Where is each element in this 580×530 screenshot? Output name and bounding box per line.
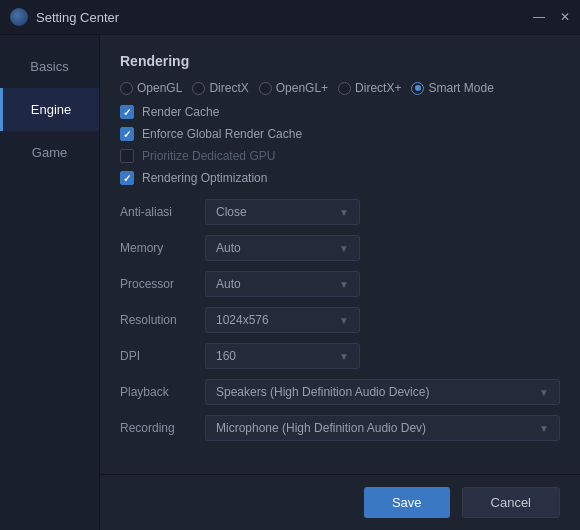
dropdown-arrow-icon: ▼ bbox=[339, 315, 349, 326]
setting-control-playback: Speakers (High Definition Audio Device) … bbox=[205, 379, 560, 405]
minimize-button[interactable]: — bbox=[533, 10, 545, 24]
dropdown-arrow-icon: ▼ bbox=[339, 351, 349, 362]
checkbox-enforce-global[interactable]: Enforce Global Render Cache bbox=[120, 127, 560, 141]
setting-row-anti-aliasing: Anti-aliasi Close ▼ bbox=[120, 199, 560, 225]
dropdown-recording[interactable]: Microphone (High Definition Audio Dev) ▼ bbox=[205, 415, 560, 441]
render-mode-group: OpenGL DirectX OpenGL+ DirectX+ Smart Mo… bbox=[120, 81, 560, 95]
checkbox-box-rendering-opt bbox=[120, 171, 134, 185]
radio-circle-directxplus bbox=[338, 82, 351, 95]
dropdown-processor[interactable]: Auto ▼ bbox=[205, 271, 360, 297]
titlebar: Setting Center — ✕ bbox=[0, 0, 580, 35]
setting-control-resolution: 1024x576 ▼ bbox=[205, 307, 560, 333]
dropdown-arrow-icon: ▼ bbox=[539, 423, 549, 434]
titlebar-title: Setting Center bbox=[36, 10, 119, 25]
settings-rows: Anti-aliasi Close ▼ Memory Auto ▼ bbox=[120, 199, 560, 441]
setting-row-processor: Processor Auto ▼ bbox=[120, 271, 560, 297]
setting-control-anti-aliasing: Close ▼ bbox=[205, 199, 560, 225]
main-layout: Basics Engine Game Rendering OpenGL Dire… bbox=[0, 35, 580, 530]
sidebar-item-engine[interactable]: Engine bbox=[0, 88, 99, 131]
setting-control-recording: Microphone (High Definition Audio Dev) ▼ bbox=[205, 415, 560, 441]
dropdown-dpi[interactable]: 160 ▼ bbox=[205, 343, 360, 369]
radio-circle-directx bbox=[192, 82, 205, 95]
setting-row-recording: Recording Microphone (High Definition Au… bbox=[120, 415, 560, 441]
sidebar: Basics Engine Game bbox=[0, 35, 100, 530]
dropdown-arrow-icon: ▼ bbox=[539, 387, 549, 398]
content-area: Rendering OpenGL DirectX OpenGL+ DirectX… bbox=[100, 35, 580, 530]
radio-opengl[interactable]: OpenGL bbox=[120, 81, 182, 95]
sidebar-item-game[interactable]: Game bbox=[0, 131, 99, 174]
dropdown-memory[interactable]: Auto ▼ bbox=[205, 235, 360, 261]
checkbox-box-enforce-global bbox=[120, 127, 134, 141]
radio-circle-openglplus bbox=[259, 82, 272, 95]
radio-openglplus[interactable]: OpenGL+ bbox=[259, 81, 328, 95]
close-button[interactable]: ✕ bbox=[560, 10, 570, 24]
dropdown-arrow-icon: ▼ bbox=[339, 243, 349, 254]
checkbox-prioritize-gpu[interactable]: Prioritize Dedicated GPU bbox=[120, 149, 560, 163]
setting-control-processor: Auto ▼ bbox=[205, 271, 560, 297]
checkbox-rendering-opt[interactable]: Rendering Optimization bbox=[120, 171, 560, 185]
radio-smartmode[interactable]: Smart Mode bbox=[411, 81, 493, 95]
dropdown-resolution[interactable]: 1024x576 ▼ bbox=[205, 307, 360, 333]
save-button[interactable]: Save bbox=[364, 487, 450, 518]
app-icon bbox=[10, 8, 28, 26]
dropdown-anti-aliasing[interactable]: Close ▼ bbox=[205, 199, 360, 225]
checkbox-box-render-cache bbox=[120, 105, 134, 119]
setting-control-dpi: 160 ▼ bbox=[205, 343, 560, 369]
setting-control-memory: Auto ▼ bbox=[205, 235, 560, 261]
radio-circle-opengl bbox=[120, 82, 133, 95]
radio-directx[interactable]: DirectX bbox=[192, 81, 248, 95]
rendering-section-title: Rendering bbox=[120, 53, 560, 69]
setting-row-resolution: Resolution 1024x576 ▼ bbox=[120, 307, 560, 333]
sidebar-item-basics[interactable]: Basics bbox=[0, 45, 99, 88]
setting-row-playback: Playback Speakers (High Definition Audio… bbox=[120, 379, 560, 405]
checkbox-box-prioritize-gpu bbox=[120, 149, 134, 163]
setting-row-dpi: DPI 160 ▼ bbox=[120, 343, 560, 369]
footer: Save Cancel bbox=[100, 474, 580, 530]
radio-directxplus[interactable]: DirectX+ bbox=[338, 81, 401, 95]
checkbox-render-cache[interactable]: Render Cache bbox=[120, 105, 560, 119]
dropdown-playback[interactable]: Speakers (High Definition Audio Device) … bbox=[205, 379, 560, 405]
titlebar-controls: — ✕ bbox=[533, 10, 570, 24]
setting-row-memory: Memory Auto ▼ bbox=[120, 235, 560, 261]
cancel-button[interactable]: Cancel bbox=[462, 487, 560, 518]
dropdown-arrow-icon: ▼ bbox=[339, 207, 349, 218]
dropdown-arrow-icon: ▼ bbox=[339, 279, 349, 290]
radio-circle-smartmode bbox=[411, 82, 424, 95]
